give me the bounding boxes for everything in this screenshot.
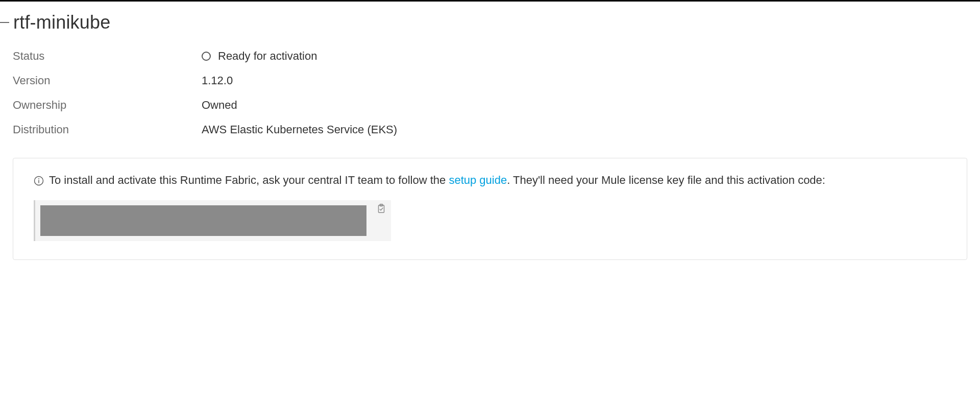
properties-grid: Status Ready for activation Version 1.12… bbox=[13, 50, 967, 136]
setup-guide-link[interactable]: setup guide bbox=[449, 174, 507, 186]
activation-code-value bbox=[40, 205, 366, 236]
status-circle-icon bbox=[202, 52, 211, 61]
activation-info-panel: To install and activate this Runtime Fab… bbox=[13, 158, 967, 260]
svg-point-2 bbox=[38, 178, 39, 179]
activation-code-block bbox=[34, 200, 391, 241]
distribution-value: AWS Elastic Kubernetes Service (EKS) bbox=[202, 123, 967, 136]
ownership-value: Owned bbox=[202, 99, 967, 112]
title-dash-icon bbox=[0, 22, 9, 23]
status-value-row: Ready for activation bbox=[202, 50, 967, 63]
activation-info-text: To install and activate this Runtime Fab… bbox=[49, 173, 825, 188]
page-title: rtf-minikube bbox=[13, 12, 110, 33]
info-text-after: . They'll need your Mule license key fil… bbox=[507, 174, 825, 186]
status-value: Ready for activation bbox=[218, 50, 317, 63]
distribution-label: Distribution bbox=[13, 123, 202, 136]
info-text-before: To install and activate this Runtime Fab… bbox=[49, 174, 449, 186]
clipboard-check-icon bbox=[376, 203, 387, 215]
info-icon bbox=[34, 175, 44, 185]
copy-to-clipboard-button[interactable] bbox=[372, 200, 391, 215]
status-label: Status bbox=[13, 50, 202, 63]
version-label: Version bbox=[13, 74, 202, 87]
ownership-label: Ownership bbox=[13, 99, 202, 112]
version-value: 1.12.0 bbox=[202, 74, 967, 87]
